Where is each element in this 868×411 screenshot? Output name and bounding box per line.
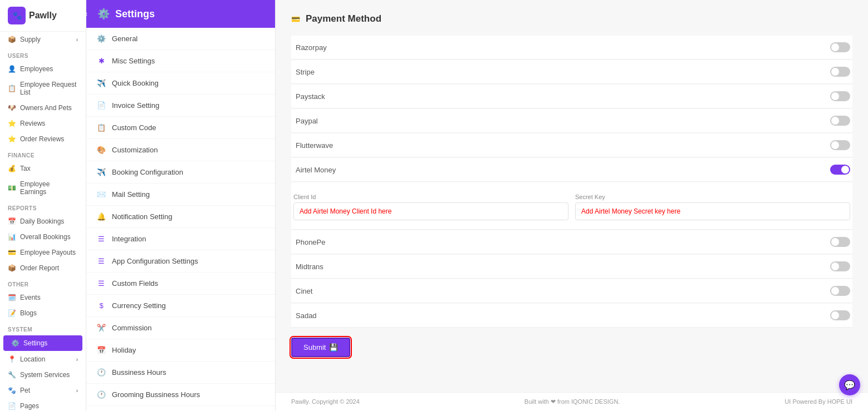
sidebar-item-label: Employees — [20, 65, 53, 73]
settings-item-app-config[interactable]: ☰ App Configuration Settings — [86, 250, 275, 273]
sidebar-item-employees[interactable]: 👤 Employees — [0, 61, 86, 77]
settings-item-custom-code[interactable]: 📋 Custom Code — [86, 117, 275, 139]
sidebar-item-employee-payouts[interactable]: 💳 Employee Payouts — [0, 245, 86, 260]
sidebar-item-label: Daily Bookings — [20, 217, 64, 225]
holiday-icon: 📅 — [96, 346, 106, 354]
section-label-system: SYSTEM — [0, 321, 86, 335]
settings-item-label: Notification Setting — [112, 212, 172, 221]
settings-item-custom-fields[interactable]: ☰ Custom Fields — [86, 273, 275, 295]
settings-item-general[interactable]: ⚙️ General — [86, 28, 275, 50]
sidebar-item-order-report[interactable]: 📦 Order Report — [0, 260, 86, 276]
custom-code-icon: 📋 — [96, 123, 106, 132]
secret-key-input[interactable] — [575, 202, 850, 220]
payment-label-razorpay: Razorpay — [293, 43, 830, 52]
client-id-input[interactable] — [293, 202, 568, 220]
currency-icon: $ — [96, 301, 106, 310]
sidebar-item-daily-bookings[interactable]: 📅 Daily Bookings — [0, 214, 86, 229]
sidebar-item-label: Employee Request List — [20, 81, 78, 96]
payment-method-header: 💳 Payment Method — [291, 13, 852, 24]
settings-item-notification[interactable]: 🔔 Notification Setting — [86, 206, 275, 228]
settings-item-label: Currency Setting — [112, 301, 166, 310]
toggle-midtrans[interactable] — [830, 261, 850, 271]
order-reviews-icon: ⭐ — [8, 135, 16, 143]
toggle-paypal[interactable] — [830, 116, 850, 126]
submit-button[interactable]: Submit 💾 — [291, 338, 350, 357]
toggle-stripe[interactable] — [830, 67, 850, 77]
sidebar-item-events[interactable]: 🗓️ Events — [0, 290, 86, 305]
customization-icon: 🎨 — [96, 146, 106, 154]
client-id-label: Client Id — [293, 194, 568, 200]
sidebar-item-overall-bookings[interactable]: 📊 Overall Bookings — [0, 229, 86, 245]
bussiness-hours-icon: 🕐 — [96, 368, 106, 377]
sidebar-item-settings[interactable]: ⚙️ Settings — [3, 335, 82, 351]
toggle-airtel-money[interactable] — [830, 165, 850, 175]
settings-item-mail[interactable]: ✉️ Mail Setting — [86, 184, 275, 206]
sidebar-item-owners-and-pets[interactable]: 🐶 Owners And Pets — [0, 100, 86, 116]
payment-label-paystack: Paystack — [293, 92, 830, 101]
toggle-cinet[interactable] — [830, 286, 850, 296]
owners-pets-icon: 🐶 — [8, 104, 16, 112]
sidebar-item-blogs[interactable]: 📝 Blogs — [0, 305, 86, 321]
fab-button[interactable]: 💬 — [839, 374, 860, 395]
payment-row-midtrans: Midtrans — [291, 255, 852, 279]
sidebar-item-employee-request-list[interactable]: 📋 Employee Request List — [0, 77, 86, 100]
logo-text: Pawlly — [29, 11, 57, 21]
client-id-field-group: Client Id — [293, 194, 568, 220]
sidebar-item-order-reviews[interactable]: ⭐ Order Reviews — [0, 131, 86, 147]
integration-icon: ☰ — [96, 235, 106, 243]
settings-item-label: Bussiness Hours — [112, 368, 166, 377]
sidebar-item-label: System Services — [20, 371, 70, 379]
chevron-right-icon: › — [76, 37, 78, 43]
sidebar-item-label: Tax — [20, 165, 31, 172]
quick-booking-icon: ✈️ — [96, 79, 106, 87]
settings-item-customization[interactable]: 🎨 Customization — [86, 139, 275, 161]
settings-item-invoice[interactable]: 📄 Invoice Setting — [86, 95, 275, 117]
sidebar-item-label: Order Report — [20, 264, 59, 272]
blogs-icon: 📝 — [8, 309, 16, 317]
toggle-razorpay[interactable] — [830, 42, 850, 52]
settings-title-icon: ⚙️ — [97, 8, 110, 20]
settings-item-holiday[interactable]: 📅 Holiday — [86, 339, 275, 362]
sidebar-item-tax[interactable]: 💰 Tax — [0, 161, 86, 176]
settings-item-currency[interactable]: $ Currency Setting — [86, 295, 275, 317]
settings-item-bussiness-hours[interactable]: 🕐 Bussiness Hours — [86, 362, 275, 384]
payment-row-cinet: Cinet — [291, 279, 852, 303]
settings-item-label: Custom Code — [112, 123, 156, 132]
settings-item-label: Holiday — [112, 346, 136, 354]
sidebar-item-system-services[interactable]: 🔧 System Services — [0, 367, 86, 383]
toggle-flutterwave[interactable] — [830, 140, 850, 150]
toggle-paystack[interactable] — [830, 91, 850, 101]
sidebar-item-label: Pages — [20, 402, 39, 410]
settings-item-label: Misc Settings — [112, 57, 155, 65]
settings-item-booking-config[interactable]: ✈️ Booking Configuration — [86, 161, 275, 184]
collapse-button[interactable]: ‹ — [86, 6, 94, 22]
sidebar-item-label: Events — [20, 294, 41, 301]
sidebar-item-employee-earnings[interactable]: 💵 Employee Earnings — [0, 176, 86, 200]
sidebar: 🐾 Pawlly 📦 Supply › USERS 👤 Employees 📋 … — [0, 0, 86, 411]
settings-item-misc[interactable]: ✱ Misc Settings — [86, 50, 275, 72]
built-with-text: Built with ❤ from IQONIC DESIGN. — [524, 398, 620, 405]
copyright-text: Pawlly. Copyright © 2024 — [291, 398, 360, 405]
settings-item-integration[interactable]: ☰ Integration — [86, 228, 275, 250]
sidebar-item-label: Blogs — [20, 309, 37, 317]
settings-title: Settings — [115, 8, 155, 20]
payment-label-cinet: Cinet — [293, 287, 830, 295]
sidebar-item-supply[interactable]: 📦 Supply › — [0, 32, 86, 47]
sidebar-item-reviews[interactable]: ⭐ Reviews — [0, 116, 86, 131]
settings-item-commission[interactable]: ✂️ Commission — [86, 317, 275, 339]
settings-item-label: General — [112, 34, 138, 43]
settings-item-grooming-hours[interactable]: 🕐 Grooming Bussiness Hours — [86, 384, 275, 406]
payment-label-stripe: Stripe — [293, 68, 830, 76]
airtel-money-fields: Client Id Secret Key — [291, 182, 852, 230]
toggle-phonepe[interactable] — [830, 237, 850, 247]
employee-request-icon: 📋 — [8, 85, 16, 92]
sidebar-item-label: Order Reviews — [20, 135, 64, 143]
settings-item-label: Mail Setting — [112, 190, 150, 199]
sidebar-item-pages[interactable]: 📄 Pages — [0, 398, 86, 411]
sidebar-item-pet[interactable]: 🐾 Pet › — [0, 383, 86, 398]
settings-item-training-hours[interactable]: 🕐 Training Bussiness Hours — [86, 406, 275, 411]
reviews-icon: ⭐ — [8, 120, 16, 127]
toggle-sadad[interactable] — [830, 310, 850, 320]
sidebar-item-location[interactable]: 📍 Location › — [0, 351, 86, 367]
settings-item-quick-booking[interactable]: ✈️ Quick Booking — [86, 72, 275, 95]
